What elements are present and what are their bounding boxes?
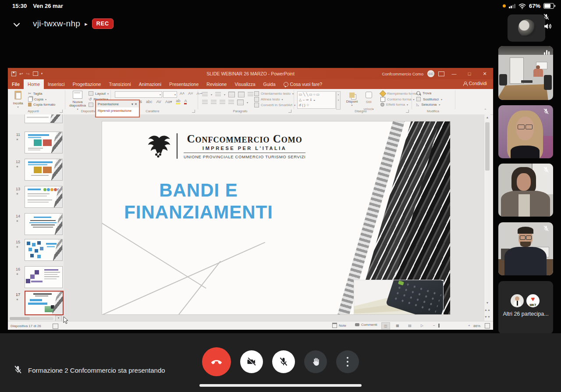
tab-animazioni[interactable]: Animazioni xyxy=(135,79,165,89)
scroll-up-icon[interactable]: ▲ xyxy=(484,114,490,121)
carattere-dialog-launcher-icon[interactable] xyxy=(192,110,195,113)
tell-me-search[interactable]: Cosa vuoi fare? xyxy=(280,79,327,89)
appunti-dialog-launcher-icon[interactable] xyxy=(60,110,63,113)
mic-off-button[interactable] xyxy=(272,350,295,373)
zoom-out-icon[interactable]: − xyxy=(433,324,435,328)
tab-inserisci[interactable]: Inserisci xyxy=(44,79,69,89)
slide-thumbnail-17-selected[interactable] xyxy=(25,291,64,315)
chevron-down-icon[interactable] xyxy=(11,19,22,30)
slide-thumbnail-11[interactable] xyxy=(25,132,63,153)
new-slide-button[interactable]: Nuova diapositiva▾ xyxy=(68,91,87,110)
tab-file[interactable]: File xyxy=(8,79,24,89)
zoom-level[interactable]: 86% xyxy=(473,324,480,328)
tab-home[interactable]: Home xyxy=(24,79,44,89)
ribbon-display-options-icon[interactable] xyxy=(438,71,444,76)
redo-icon[interactable]: ↪ xyxy=(26,71,29,76)
tab-visualizza[interactable]: Visualizza xyxy=(231,79,259,89)
columns-icon[interactable] xyxy=(237,100,244,105)
copy-button[interactable]: Copia▾ xyxy=(28,97,46,102)
participant-tile-dark-hair-woman[interactable] xyxy=(498,164,553,217)
tab-revisione[interactable]: Revisione xyxy=(202,79,231,89)
home-indicator[interactable] xyxy=(199,384,362,387)
arrange-button[interactable]: Disponi▾ xyxy=(344,92,359,107)
normal-view-button[interactable]: ◫ xyxy=(381,322,390,329)
account-avatar[interactable]: CC xyxy=(427,70,434,77)
line-spacing-icon[interactable] xyxy=(248,92,253,97)
change-case-icon[interactable]: Aa▾ xyxy=(165,100,172,104)
tab-guida[interactable]: Guida xyxy=(259,79,280,89)
tab-transizioni[interactable]: Transizioni xyxy=(105,79,135,89)
undo-icon[interactable]: ↩ xyxy=(19,71,23,76)
cut-button[interactable]: ✂Taglia xyxy=(28,91,42,96)
next-slide-icon[interactable]: ▼▼ xyxy=(484,314,490,320)
more-participants-label[interactable]: Altri 26 partecipa... xyxy=(498,311,553,317)
align-center-icon[interactable] xyxy=(211,100,217,105)
account-name[interactable]: Confcommercio Como xyxy=(382,71,424,76)
slideshow-view-button[interactable]: ▷ xyxy=(418,322,426,328)
select-button[interactable]: ◺Seleziona▾ xyxy=(416,103,440,107)
font-size-combobox[interactable]: ▾ xyxy=(163,91,177,98)
find-button[interactable]: Trova xyxy=(416,91,431,95)
shape-effects-button[interactable]: Effetti forma▾ xyxy=(380,103,408,107)
grow-font-icon[interactable]: A˄ xyxy=(180,91,185,96)
save-icon[interactable] xyxy=(11,71,16,76)
shapes-gallery[interactable]: ▭╲╲▭○▭ △⌣⇒⇓◒ ☌{}☆ xyxy=(297,91,336,109)
camera-off-button[interactable] xyxy=(240,350,263,373)
previous-slide-icon[interactable]: ▲▲ xyxy=(484,307,490,313)
text-shadow-icon[interactable]: abc xyxy=(146,100,153,104)
restore-button[interactable]: □ xyxy=(464,71,475,76)
paragrafo-dialog-launcher-icon[interactable] xyxy=(288,110,291,113)
minimize-button[interactable]: ― xyxy=(448,71,460,76)
align-right-icon[interactable] xyxy=(220,100,225,105)
comments-toggle[interactable]: Commenti xyxy=(355,323,377,327)
increase-indent-icon[interactable] xyxy=(238,92,245,97)
scroll-down-icon[interactable]: ▼ xyxy=(484,300,490,306)
paste-button[interactable]: Incolla▾ xyxy=(11,91,25,108)
meeting-code[interactable]: vji-twxw-nhp xyxy=(33,19,80,29)
reading-view-button[interactable]: ▤ xyxy=(406,322,414,328)
slide-thumbnail-10[interactable] xyxy=(25,114,63,123)
slide-thumbnail-16[interactable] xyxy=(25,266,63,288)
fit-to-window-icon[interactable] xyxy=(485,323,490,328)
thumb-hscrollbar[interactable] xyxy=(10,317,53,320)
hang-up-button[interactable] xyxy=(202,347,231,376)
zoom-in-icon[interactable]: + xyxy=(468,324,470,328)
popup-close-icon[interactable]: ✕ xyxy=(135,102,137,106)
tab-progettazione[interactable]: Progettazione xyxy=(69,79,105,89)
participant-tile-blonde-woman[interactable] xyxy=(498,105,553,158)
slide-thumbnail-12[interactable] xyxy=(25,159,63,181)
thumb-scroll-down-button[interactable]: ▾ xyxy=(55,315,62,321)
decrease-indent-icon[interactable] xyxy=(228,92,235,97)
shape-outline-button[interactable]: Contorno forma▾ xyxy=(380,97,415,102)
shapes-gallery-scroll[interactable]: ▴▾ xyxy=(336,91,341,110)
vscroll-thumb[interactable] xyxy=(485,122,490,171)
slide-thumbnail-14[interactable] xyxy=(25,213,63,235)
participant-tile-self[interactable] xyxy=(508,14,545,42)
slide-vscrollbar[interactable]: ▲ ▼ ▲▲ ▼▼ xyxy=(484,114,490,321)
format-painter-button[interactable]: Copia formato xyxy=(28,103,55,107)
font-color-icon[interactable]: A xyxy=(184,99,187,104)
popup-dropdown-icon[interactable]: ▾ xyxy=(131,102,133,106)
shrink-font-icon[interactable]: A˅ xyxy=(188,91,193,96)
bullets-icon[interactable] xyxy=(202,92,208,97)
slide-thumbnail-15[interactable] xyxy=(25,239,63,261)
meeting-details-button[interactable] xyxy=(11,19,22,32)
disegno-dialog-launcher-icon[interactable] xyxy=(406,110,409,113)
share-button[interactable]: Condividi xyxy=(463,81,487,86)
font-name-combobox[interactable]: ▾ xyxy=(115,91,162,98)
replace-button[interactable]: Sostituisci▾ xyxy=(416,97,442,101)
notes-indicator-icon[interactable] xyxy=(53,324,58,329)
zoom-slider-thumb[interactable] xyxy=(438,324,440,328)
numbering-icon[interactable] xyxy=(215,92,221,97)
smartart-button[interactable]: Converti in SmartArt▾ xyxy=(254,103,295,107)
shape-fill-button[interactable]: Riempimento forma▾ xyxy=(380,91,421,96)
raise-hand-button[interactable] xyxy=(304,350,327,373)
slide-thumbnail-13[interactable] xyxy=(25,186,63,208)
participant-tile-office[interactable] xyxy=(498,46,553,100)
slide-sorter-view-button[interactable]: ▦ xyxy=(394,322,401,328)
text-direction-button[interactable]: Orientamento testo▾ xyxy=(254,91,294,96)
justify-icon[interactable] xyxy=(228,100,234,105)
more-participants-tile[interactable]: ♥ MKT Altri 26 partecipa... xyxy=(498,281,553,334)
tab-presentazione[interactable]: Presentazione xyxy=(165,79,202,89)
align-left-icon[interactable] xyxy=(202,100,208,105)
